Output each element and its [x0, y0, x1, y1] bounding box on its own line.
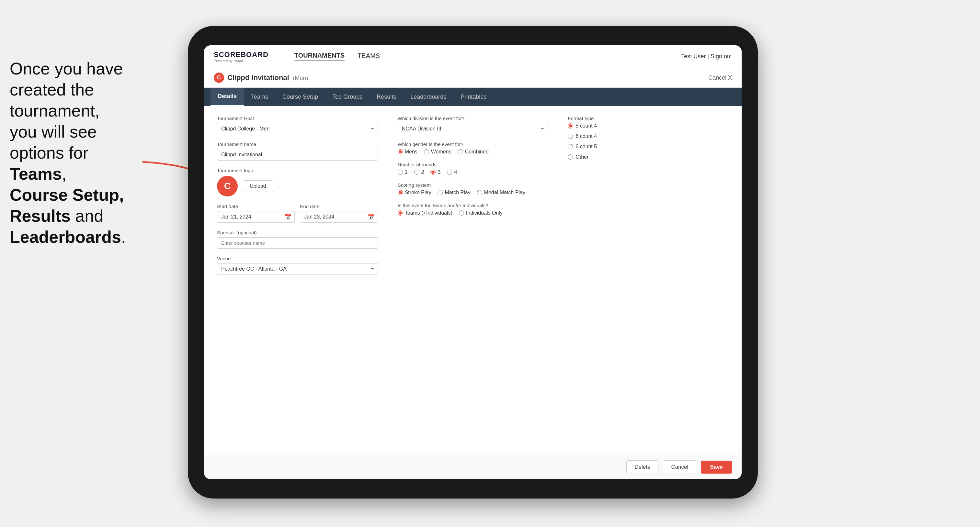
teams-group: Is this event for Teams and/or Individua… — [398, 203, 548, 216]
format-6count5[interactable]: 6 count 5 — [568, 144, 729, 149]
tournament-logo-group: Tournament logo C Upload — [217, 168, 378, 197]
gender-mens[interactable]: Mens — [398, 149, 417, 155]
venue-select[interactable]: Peachtree GC - Atlanta - GA — [217, 263, 378, 275]
tournament-name: Clippd Invitational — [228, 73, 289, 82]
teams-plus-individuals[interactable]: Teams (+Individuals) — [398, 210, 452, 216]
gender-womens[interactable]: Womens — [424, 149, 452, 155]
division-label: Which division is the event for? — [398, 116, 548, 121]
rounds-label: Number of rounds — [398, 162, 548, 167]
tab-teams[interactable]: Teams — [244, 88, 275, 106]
rounds-group: Number of rounds 1 2 — [398, 162, 548, 175]
rounds-2[interactable]: 2 — [414, 169, 424, 175]
gender-label: Which gender is the event for? — [398, 141, 548, 147]
date-group: Start date 📅 End date 📅 — [217, 204, 378, 230]
gender-combined[interactable]: Combined — [458, 149, 489, 155]
save-button[interactable]: Save — [701, 460, 732, 474]
right-column: Format type 5 count 4 6 count 4 — [558, 116, 729, 445]
gender-group: Which gender is the event for? Mens Wome… — [398, 141, 548, 155]
scoring-label: Scoring system — [398, 182, 548, 188]
division-select[interactable]: NCAA Division III — [398, 123, 548, 134]
sponsor-label: Sponsor (optional) — [217, 230, 378, 235]
tab-leaderboards[interactable]: Leaderboards — [403, 88, 453, 106]
rounds-3[interactable]: 3 — [430, 169, 441, 175]
tab-results[interactable]: Results — [369, 88, 403, 106]
logo-preview: C — [217, 176, 238, 197]
upload-button[interactable]: Upload — [243, 180, 273, 192]
user-info[interactable]: Test User | Sign out — [681, 53, 732, 60]
tournament-logo-label: Tournament logo — [217, 168, 378, 173]
format-group: Format type 5 count 4 6 count 4 — [568, 116, 729, 160]
teams-label: Is this event for Teams and/or Individua… — [398, 203, 548, 208]
format-label: Format type — [568, 116, 729, 121]
close-button[interactable]: Cancel X — [708, 75, 732, 81]
tournament-name-group: Tournament name — [217, 141, 378, 160]
logo-sub: Powered by clippd — [214, 59, 269, 63]
tab-course-setup[interactable]: Course Setup — [275, 88, 325, 106]
start-date-input[interactable] — [217, 211, 295, 223]
format-5count4[interactable]: 5 count 4 — [568, 123, 729, 129]
tournament-gender: (Men) — [293, 75, 308, 81]
main-content: Tournament Host Clippd College - Men Tou… — [204, 106, 741, 455]
tab-navigation: Details Teams Course Setup Tee Groups Re… — [204, 88, 741, 106]
tournament-icon: C — [214, 73, 224, 83]
nav-tournaments[interactable]: TOURNAMENTS — [294, 52, 345, 61]
format-6count4[interactable]: 6 count 4 — [568, 133, 729, 139]
tab-details[interactable]: Details — [210, 88, 244, 106]
tournament-name-label: Tournament name — [217, 141, 378, 147]
logo-text: SCOREBOARD — [214, 51, 269, 59]
tournament-host-select[interactable]: Clippd College - Men — [217, 123, 378, 134]
tab-printables[interactable]: Printables — [453, 88, 493, 106]
end-date-input[interactable] — [300, 211, 378, 223]
nav-teams[interactable]: TEAMS — [358, 52, 380, 61]
division-group: Which division is the event for? NCAA Di… — [398, 116, 548, 134]
sponsor-input[interactable] — [217, 237, 378, 249]
tournament-name-input[interactable] — [217, 149, 378, 160]
rounds-1[interactable]: 1 — [398, 169, 408, 175]
venue-label: Venue — [217, 256, 378, 261]
app-logo: SCOREBOARD Powered by clippd — [214, 51, 269, 63]
start-date-label: Start date — [217, 204, 295, 209]
tablet-device: SCOREBOARD Powered by clippd TOURNAMENTS… — [188, 26, 758, 498]
breadcrumb-bar: C Clippd Invitational (Men) Cancel X — [204, 68, 741, 88]
left-column: Tournament Host Clippd College - Men Tou… — [217, 116, 388, 445]
tournament-host-group: Tournament Host Clippd College - Men — [217, 116, 378, 134]
individuals-only[interactable]: Individuals Only — [459, 210, 503, 216]
venue-group: Venue Peachtree GC - Atlanta - GA — [217, 256, 378, 275]
scoring-medal[interactable]: Medal Match Play — [477, 190, 525, 195]
scoring-match[interactable]: Match Play — [438, 190, 470, 195]
scoring-group: Scoring system Stroke Play Match Play — [398, 182, 548, 195]
tournament-host-label: Tournament Host — [217, 116, 378, 121]
top-navigation: SCOREBOARD Powered by clippd TOURNAMENTS… — [204, 45, 741, 68]
cancel-button[interactable]: Cancel — [663, 460, 696, 474]
end-date-label: End date — [300, 204, 378, 209]
tablet-screen: SCOREBOARD Powered by clippd TOURNAMENTS… — [204, 45, 741, 479]
rounds-4[interactable]: 4 — [447, 169, 457, 175]
tab-tee-groups[interactable]: Tee Groups — [325, 88, 369, 106]
middle-column: Which division is the event for? NCAA Di… — [388, 116, 558, 445]
nav-links: TOURNAMENTS TEAMS — [294, 52, 380, 61]
delete-button[interactable]: Delete — [626, 460, 659, 474]
sponsor-group: Sponsor (optional) — [217, 230, 378, 249]
format-other[interactable]: Other — [568, 154, 729, 160]
action-bar: Delete Cancel Save — [204, 455, 741, 479]
instructional-text: Once you have created the tournament, yo… — [0, 52, 169, 254]
scoring-stroke[interactable]: Stroke Play — [398, 190, 431, 195]
